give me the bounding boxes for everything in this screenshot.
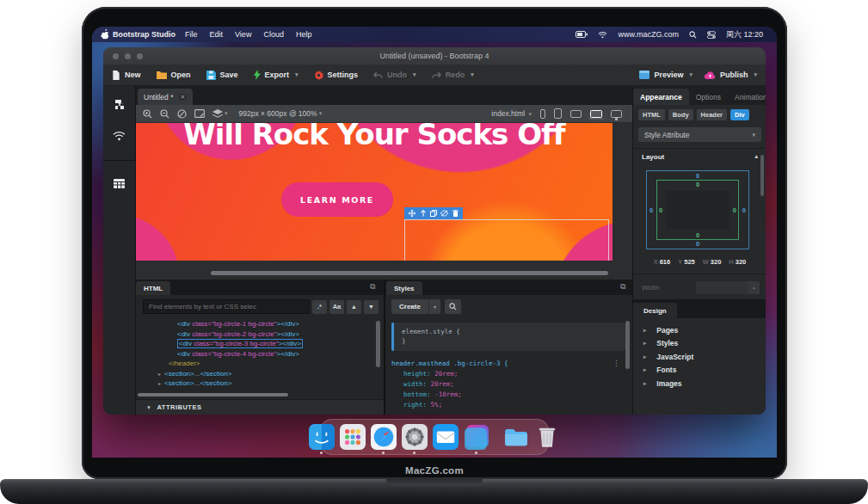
active-file-selector[interactable]: index.html — [491, 109, 532, 118]
export-button[interactable]: Export — [254, 70, 299, 80]
redo-button[interactable]: Redo — [432, 71, 474, 79]
open-button[interactable]: Open — [157, 71, 191, 79]
tree-horizontal-scrollbar[interactable] — [138, 393, 288, 396]
apple-icon[interactable] — [101, 29, 109, 40]
padding-top-value[interactable]: 0 — [696, 181, 699, 188]
tab-options[interactable]: Options — [689, 89, 728, 105]
undo-dropdown-caret[interactable] — [413, 71, 416, 78]
styles-vertical-scrollbar[interactable] — [625, 321, 630, 369]
finder-icon[interactable] — [309, 424, 335, 450]
launchpad-icon[interactable] — [340, 424, 366, 450]
styles-panel-popout-icon[interactable] — [620, 282, 625, 292]
preview-dropdown-caret[interactable] — [689, 71, 693, 78]
breadcrumb-body[interactable]: Body — [668, 109, 693, 120]
canvas-size-label[interactable]: 992px × 600px @ 100% — [239, 109, 317, 118]
width-stepper-icon[interactable] — [748, 281, 760, 294]
resize-frame-icon[interactable] — [194, 109, 205, 118]
move-icon[interactable] — [409, 210, 416, 217]
box-model-content[interactable] — [666, 191, 729, 229]
layers-dropdown-caret[interactable] — [225, 110, 228, 117]
tab-appearance[interactable]: Appearance — [633, 89, 689, 105]
box-model-margin[interactable]: 0 0 0 0 0 0 0 0 — [646, 170, 749, 249]
redo-dropdown-caret[interactable] — [471, 71, 474, 78]
attributes-section-header[interactable]: ATTRIBUTES — [136, 399, 384, 415]
padding-left-value[interactable]: 0 — [659, 206, 662, 214]
html-panel-popout-icon[interactable] — [370, 282, 375, 292]
device-desktop-icon[interactable] — [611, 110, 622, 118]
css-prop-width[interactable]: width: 20rem; — [391, 379, 625, 390]
layout-section-header[interactable]: Layout — [642, 153, 758, 161]
layout-collapse-caret[interactable] — [754, 153, 758, 161]
regex-toggle-button[interactable]: .* — [312, 300, 327, 314]
device-tablet-icon[interactable] — [554, 108, 562, 119]
find-next-button[interactable] — [364, 300, 379, 314]
css-rule-selector[interactable]: header.masthead .bg-circle-3 { — [391, 359, 625, 369]
menu-file[interactable]: File — [185, 30, 198, 39]
expand-arrow-icon[interactable] — [643, 340, 646, 347]
css-prop-height[interactable]: height: 20rem; — [391, 369, 625, 379]
css-prop-bottom[interactable]: bottom: -10rem; — [391, 390, 625, 400]
menu-edit[interactable]: Edit — [210, 30, 224, 39]
trash-icon[interactable] — [534, 424, 560, 450]
inspector-scrollbar[interactable] — [760, 155, 764, 196]
margin-left-value[interactable]: 0 — [649, 206, 653, 214]
css-rule-block[interactable]: header.masthead .bg-circle-3 { height: 2… — [391, 359, 625, 410]
design-item-pages[interactable]: Pages — [643, 323, 693, 337]
device-laptop-icon[interactable] — [590, 110, 602, 118]
tree-row-header-close[interactable]: </header> — [136, 359, 377, 369]
online-components-wifi-icon[interactable] — [113, 129, 126, 144]
design-item-fonts[interactable]: Fonts — [643, 364, 693, 378]
tree-row-bg-circle-4[interactable]: <div class="bg-circle-4 bg-circle"></div… — [136, 349, 377, 360]
control-center-icon[interactable] — [707, 31, 716, 39]
box-model-padding[interactable]: 0 0 0 0 — [656, 180, 739, 240]
breadcrumb-div[interactable]: Div — [730, 109, 749, 120]
mail-icon[interactable] — [433, 424, 459, 450]
tree-row-section-1[interactable]: <section>...</section> — [136, 369, 377, 379]
menu-help[interactable]: Help — [296, 30, 312, 39]
menu-view[interactable]: View — [235, 30, 251, 39]
system-preferences-icon[interactable] — [402, 424, 428, 450]
menubar-app-name[interactable]: Bootstrap Studio — [113, 30, 175, 39]
zoom-in-icon[interactable] — [143, 109, 152, 119]
preview-button[interactable]: Preview — [639, 71, 693, 79]
expand-arrow-icon[interactable] — [158, 380, 161, 386]
find-elements-input[interactable] — [143, 299, 310, 314]
html-panel-tab[interactable]: HTML — [136, 281, 170, 295]
tree-row-bg-circle-2[interactable]: <div class="bg-circle-2 bg-circle"></div… — [136, 329, 377, 340]
expand-arrow-icon[interactable] — [643, 366, 646, 373]
breadcrumb-header[interactable]: Header — [697, 109, 727, 120]
styles-search-button[interactable] — [445, 299, 461, 314]
device-phone-icon[interactable] — [540, 109, 545, 119]
disable-overlay-icon[interactable] — [177, 109, 187, 119]
zoom-out-icon[interactable] — [160, 109, 169, 119]
menubar-clock[interactable]: 周六 12:20 — [726, 29, 763, 40]
document-tab-untitled[interactable]: Untitled * — [138, 89, 193, 105]
duplicate-icon[interactable] — [430, 210, 437, 217]
padding-right-value[interactable]: 0 — [733, 206, 736, 214]
width-input[interactable] — [696, 281, 760, 294]
tree-row-bg-circle-3-selected[interactable]: <div class="bg-circle-3 bg-circle"></div… — [136, 339, 377, 349]
publish-button[interactable]: Publish — [705, 71, 757, 79]
layers-icon[interactable] — [212, 109, 228, 119]
canvas-horizontal-scrollbar[interactable] — [211, 271, 608, 275]
margin-right-value[interactable]: 0 — [742, 206, 746, 214]
css-prop-right[interactable]: right: 5%; — [391, 400, 625, 410]
tree-row-section-2[interactable]: <section>...</section> — [136, 378, 377, 389]
close-tab-icon[interactable] — [179, 94, 188, 101]
rule-menu-kebab-icon[interactable] — [613, 359, 620, 367]
selected-element-outline[interactable] — [404, 219, 609, 261]
device-tablet-landscape-icon[interactable] — [570, 110, 582, 118]
battery-icon[interactable] — [576, 31, 588, 38]
masthead-headline[interactable]: Will Rock Your Socks Off — [136, 123, 613, 151]
save-button[interactable]: Save — [206, 71, 238, 80]
publish-dropdown-caret[interactable] — [754, 71, 757, 78]
padding-bottom-value[interactable]: 0 — [696, 231, 699, 239]
delete-trash-icon[interactable] — [452, 210, 459, 217]
margin-bottom-value[interactable]: 0 — [696, 240, 699, 248]
components-puzzle-icon[interactable] — [114, 98, 126, 114]
styles-panel-tab[interactable]: Styles — [386, 281, 422, 295]
wifi-icon[interactable] — [598, 31, 607, 39]
design-panel-tab[interactable]: Design — [633, 303, 677, 318]
settings-button[interactable]: Settings — [314, 71, 359, 80]
expand-arrow-icon[interactable] — [643, 380, 646, 387]
